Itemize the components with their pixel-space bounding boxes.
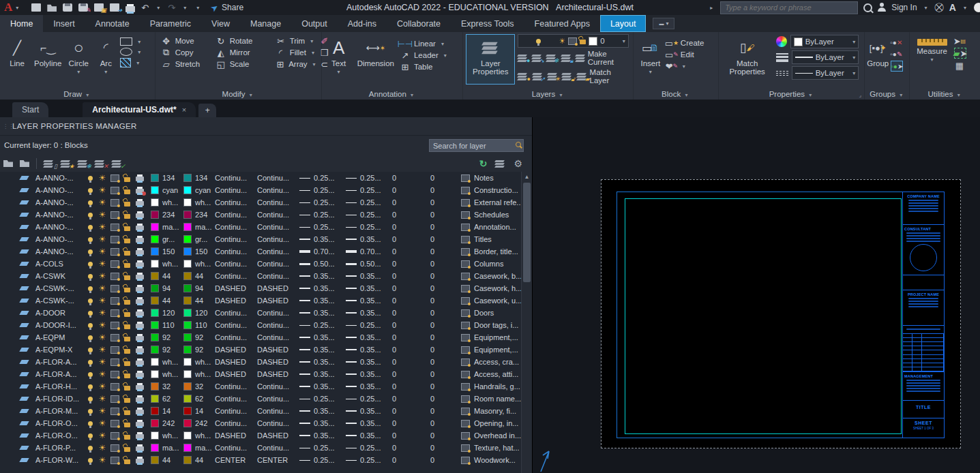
layer-lock-icon[interactable] — [124, 214, 130, 219]
linetype-value[interactable]: Continu... — [212, 209, 254, 221]
vp-freeze-icon[interactable] — [110, 224, 119, 231]
scroll-up-icon[interactable]: ▲ — [522, 172, 532, 181]
vp-color-swatch[interactable] — [183, 272, 192, 280]
app-menu-caret-icon[interactable]: ▾ — [16, 5, 18, 11]
linetype-value[interactable]: DASHED — [212, 282, 254, 294]
vp-lineweight-value[interactable]: 0.25... — [360, 395, 381, 403]
ribbon-tab-insert[interactable]: Insert — [43, 15, 85, 32]
table-row[interactable]: A-FLOR-ID... ☀ 62 62 Continu... Continu.… — [0, 393, 522, 405]
insert-block-button[interactable]: ▭🗎︎ Insert▾ — [638, 35, 664, 75]
vp-linetype-value[interactable]: Continu... — [254, 417, 297, 429]
layer-plot-icon[interactable] — [136, 336, 144, 341]
vp-freeze-icon[interactable] — [110, 383, 119, 391]
vp-color-swatch[interactable] — [183, 444, 192, 452]
vp-color-swatch[interactable] — [183, 370, 192, 378]
layer-plot-icon[interactable] — [136, 459, 144, 463]
vp-color-swatch[interactable] — [183, 211, 192, 219]
layer-plot-icon[interactable] — [136, 373, 144, 378]
transparency-value[interactable]: 0 — [389, 209, 428, 221]
edit-attributes-button[interactable]: ❤︎✎▾ — [666, 61, 704, 71]
layer-plot-icon[interactable] — [136, 226, 144, 230]
vp-transparency-value[interactable]: 0 — [428, 307, 459, 319]
transparency-value[interactable]: 0 — [389, 184, 428, 196]
unlock-layer-icon[interactable]: 🔓︎ — [562, 73, 571, 80]
layer-lock-icon[interactable] — [124, 324, 130, 329]
vp-color-swatch[interactable] — [183, 358, 192, 366]
vp-freeze-icon[interactable] — [110, 334, 119, 341]
color-swatch[interactable] — [151, 309, 159, 317]
vp-linetype-value[interactable]: Continu... — [254, 245, 297, 258]
vp-color-swatch[interactable] — [183, 395, 192, 403]
edit-block-button[interactable]: ▭✎Edit — [666, 50, 704, 59]
table-row[interactable]: A-ANNO-... ☀ gr... gr... Continu... Cont… — [0, 233, 522, 245]
vp-linetype-value[interactable]: DASHED — [254, 344, 297, 356]
vp-freeze-icon[interactable] — [110, 297, 119, 305]
new-vp-freeze-icon[interactable] — [461, 358, 470, 366]
linetype-value[interactable]: DASHED — [212, 368, 254, 380]
layer-lock-icon[interactable] — [124, 189, 130, 194]
vp-freeze-icon[interactable] — [110, 322, 119, 329]
vp-freeze-icon[interactable] — [110, 346, 119, 354]
lineweight-value[interactable]: 0.25... — [314, 395, 335, 403]
transparency-value[interactable]: 0 — [389, 344, 428, 356]
transparency-value[interactable]: 0 — [389, 233, 428, 245]
layer-on-icon[interactable] — [88, 249, 93, 254]
linetype-value[interactable]: Continu... — [212, 393, 254, 405]
keyword-search-input[interactable] — [720, 1, 858, 14]
color-swatch[interactable] — [151, 235, 159, 243]
layer-on-icon[interactable] — [88, 311, 93, 316]
linetype-value[interactable]: Continu... — [212, 196, 254, 209]
layer-freeze-icon[interactable]: ☀ — [96, 245, 108, 258]
layer-plot-icon[interactable] — [136, 361, 144, 365]
new-vp-freeze-icon[interactable] — [461, 420, 470, 427]
layer-plot-icon[interactable] — [136, 213, 144, 218]
lineweight-value[interactable]: 0.35... — [314, 382, 335, 391]
layer-lock-icon[interactable] — [124, 300, 130, 305]
ellipse-button[interactable]: ▾ — [120, 48, 143, 56]
table-row[interactable]: A-ANNO-... ☀ cyan cyan Continu... Contin… — [0, 184, 522, 196]
layer-plot-icon[interactable] — [136, 287, 144, 292]
layer-lock-icon[interactable] — [124, 373, 130, 378]
vp-color-swatch[interactable] — [183, 346, 192, 354]
vp-lineweight-value[interactable]: 0.50... — [360, 260, 381, 268]
new-vp-freeze-icon[interactable] — [461, 322, 470, 329]
vp-color-swatch[interactable] — [183, 321, 192, 329]
new-layer-icon[interactable]: ★ — [61, 160, 71, 168]
layer-states-icon[interactable]: ▯ — [44, 160, 54, 168]
layer-on-icon[interactable] — [88, 409, 93, 414]
table-row[interactable]: A-FLOR-A... ☀ wh... wh... DASHED DASHED … — [0, 356, 522, 368]
vp-lineweight-value[interactable]: 0.25... — [360, 456, 381, 464]
create-block-button[interactable]: ▭★Create — [666, 38, 704, 48]
make-current-button[interactable]: Make Current — [576, 50, 629, 66]
vp-transparency-value[interactable]: 0 — [428, 196, 459, 209]
ribbon-tab-parametric[interactable]: Parametric — [140, 15, 201, 32]
color-swatch[interactable] — [151, 260, 159, 268]
table-row[interactable]: A-ANNO-... ☀ 234 234 Continu... Continu.… — [0, 209, 522, 221]
help-badge-icon[interactable] — [974, 3, 980, 12]
ribbon-tab-home[interactable]: Home — [0, 15, 43, 32]
lineweight-value[interactable]: 0.35... — [314, 309, 335, 317]
ribbon-tab-add-ins[interactable]: Add-ins — [338, 15, 387, 32]
vp-lineweight-value[interactable]: 0.35... — [360, 296, 381, 305]
refresh-icon[interactable]: ↻ — [479, 158, 488, 169]
new-vp-freeze-icon[interactable] — [461, 174, 470, 182]
panel-expander-icon[interactable]: ⌟ — [859, 92, 862, 98]
open-from-mobile-icon[interactable]: ▣ — [94, 3, 104, 12]
table-button[interactable]: ⊞Table — [400, 62, 449, 72]
layer-on-icon[interactable] — [88, 213, 93, 217]
ribbon-tab-express-tools[interactable]: Express Tools — [451, 15, 524, 32]
palette-titlebar[interactable]: ⋮⋮ LAYER PROPERTIES MANAGER — [0, 117, 532, 136]
color-swatch[interactable] — [151, 419, 159, 427]
new-file-icon[interactable] — [31, 3, 41, 12]
ribbon-minimize-button[interactable]: ▬▾ — [653, 18, 674, 29]
panel-modify-label[interactable]: Modify ▾ — [155, 90, 321, 98]
layer-lock-icon[interactable] — [124, 275, 130, 280]
new-vp-freeze-icon[interactable] — [461, 371, 470, 378]
ribbon-tab-layout[interactable]: Layout — [600, 15, 647, 32]
linetype-value[interactable]: Continu... — [212, 417, 254, 429]
layer-plot-icon[interactable] — [136, 397, 144, 402]
panel-layers-label[interactable]: Layers ▾ — [463, 90, 633, 98]
vp-color-swatch[interactable] — [183, 247, 192, 256]
layer-lock-icon[interactable] — [124, 288, 130, 292]
layer-on-icon[interactable] — [88, 421, 93, 426]
